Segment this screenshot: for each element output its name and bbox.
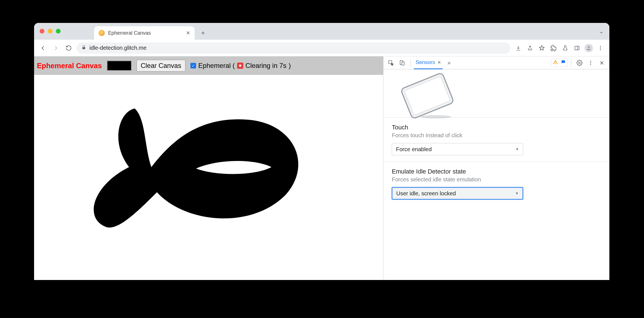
toolbar-right: [513, 43, 605, 53]
touch-title: Touch: [392, 124, 601, 131]
ephemeral-toggle[interactable]: ✓ Ephemeral ( ✱ Clearing in 7s ): [190, 62, 291, 70]
devtools-tab-sensors[interactable]: Sensors ✕: [414, 56, 443, 69]
tab-strip: Ephemeral Canvas ✕ + ⌄: [34, 23, 609, 40]
back-button[interactable]: [38, 43, 48, 53]
lock-icon: [82, 45, 86, 51]
ephemeral-countdown: Clearing in 7s: [245, 62, 287, 70]
svg-rect-0: [575, 46, 579, 50]
clear-canvas-button[interactable]: Clear Canvas: [137, 60, 185, 72]
touch-section: Touch Forces touch instead of click Forc…: [383, 117, 609, 162]
avatar-icon: [585, 44, 593, 52]
profile-button[interactable]: [584, 43, 594, 53]
idle-title: Emulate Idle Detector state: [392, 168, 601, 175]
svg-point-11: [590, 62, 591, 63]
app-title: Ephemeral Canvas: [37, 61, 102, 70]
content-split: Ephemeral Canvas Clear Canvas ✓ Ephemera…: [34, 56, 609, 280]
devtools-panel: Sensors ✕ »: [383, 56, 609, 280]
window-minimize-button[interactable]: [48, 29, 53, 34]
side-panel-button[interactable]: [572, 43, 582, 53]
svg-point-2: [588, 46, 590, 48]
svg-point-4: [600, 48, 601, 48]
devtools-tabbar: Sensors ✕ »: [383, 56, 609, 69]
download-button[interactable]: [513, 43, 523, 53]
idle-subtitle: Forces selected idle state emulation: [392, 176, 601, 183]
idle-section: Emulate Idle Detector state Forces selec…: [383, 162, 609, 206]
device-orientation-preview[interactable]: [391, 73, 464, 117]
chevron-down-icon: ▼: [515, 191, 519, 195]
devtools-tab-close-button[interactable]: ✕: [437, 60, 441, 65]
bookmark-button[interactable]: [537, 43, 547, 53]
extensions-button[interactable]: [548, 43, 559, 53]
svg-point-10: [590, 61, 591, 61]
new-tab-button[interactable]: +: [197, 27, 209, 39]
touch-subtitle: Forces touch instead of click: [392, 132, 601, 139]
devtools-menu-button[interactable]: [586, 58, 595, 68]
devtools-content: Touch Forces touch instead of click Forc…: [383, 69, 609, 280]
device-toolbar-button[interactable]: [397, 58, 407, 68]
touch-select-value: Force enabled: [396, 146, 432, 153]
reload-button[interactable]: [64, 43, 74, 53]
window-maximize-button[interactable]: [56, 29, 61, 34]
forward-button[interactable]: [51, 43, 61, 53]
siren-icon: ✱: [237, 63, 243, 69]
devtools-settings-button[interactable]: [575, 58, 584, 68]
chevron-down-icon: ▼: [516, 147, 519, 151]
canvas-drawing: [34, 75, 383, 270]
inspect-element-button[interactable]: [386, 58, 396, 68]
touch-select[interactable]: Force enabled ▼: [392, 143, 523, 155]
browser-menu-button[interactable]: [595, 43, 605, 53]
browser-window: Ephemeral Canvas ✕ + ⌄ idle-detection.gl…: [34, 23, 609, 280]
devtools-issues-badge[interactable]: [551, 59, 568, 67]
window-controls: [40, 29, 61, 34]
svg-point-5: [600, 49, 601, 50]
page-area: Ephemeral Canvas Clear Canvas ✓ Ephemera…: [34, 56, 383, 280]
tab-overflow-button[interactable]: ⌄: [599, 28, 604, 35]
svg-point-9: [579, 62, 580, 64]
tab-title: Ephemeral Canvas: [108, 30, 183, 36]
ephemeral-checkbox[interactable]: ✓: [190, 63, 196, 68]
ephemeral-label-prefix: Ephemeral (: [198, 62, 235, 70]
tab-favicon-icon: [99, 30, 105, 36]
warning-icon: [553, 60, 558, 66]
message-icon: [561, 60, 566, 66]
ephemeral-label-suffix: ): [289, 62, 291, 70]
svg-rect-8: [402, 62, 404, 65]
color-picker[interactable]: [107, 61, 132, 71]
share-button[interactable]: [525, 43, 535, 53]
browser-tab[interactable]: Ephemeral Canvas ✕: [94, 26, 195, 40]
devtools-close-button[interactable]: [597, 58, 607, 68]
devtools-more-tabs-button[interactable]: »: [444, 58, 454, 68]
browser-toolbar: idle-detection.glitch.me: [34, 40, 609, 56]
url-text: idle-detection.glitch.me: [89, 45, 147, 51]
idle-select[interactable]: User idle, screen locked ▼: [392, 187, 523, 200]
tab-close-button[interactable]: ✕: [186, 30, 190, 36]
labs-button[interactable]: [560, 43, 570, 53]
idle-select-value: User idle, screen locked: [396, 190, 456, 197]
address-bar[interactable]: idle-detection.glitch.me: [77, 42, 511, 54]
svg-point-15: [421, 115, 451, 118]
drawing-canvas[interactable]: [34, 75, 383, 280]
svg-point-12: [590, 64, 591, 65]
devtools-tab-label: Sensors: [416, 59, 435, 65]
window-close-button[interactable]: [40, 29, 44, 34]
svg-point-3: [600, 46, 601, 47]
app-header: Ephemeral Canvas Clear Canvas ✓ Ephemera…: [34, 56, 383, 75]
